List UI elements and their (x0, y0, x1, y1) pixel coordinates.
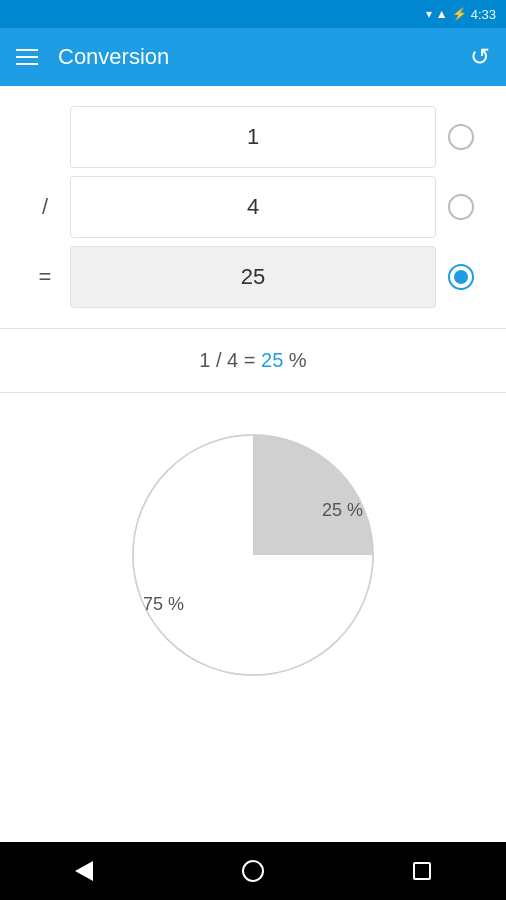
menu-icon[interactable] (16, 49, 38, 65)
pie-chart-container: 25 % 75 % (123, 425, 383, 685)
status-time: 4:33 (471, 7, 496, 22)
pie-chart-svg (123, 425, 383, 685)
battery-icon: ⚡ (452, 7, 467, 21)
radio1-wrapper (436, 124, 486, 150)
equals-label: = (20, 264, 70, 290)
input2-wrapper (70, 176, 436, 238)
nav-bar (0, 842, 506, 900)
equation-highlight: 25 (261, 349, 283, 371)
home-button[interactable] (228, 846, 278, 896)
input2-row: / (20, 176, 486, 238)
pie-label-25: 25 % (322, 500, 363, 521)
wifi-icon: ▾ (426, 7, 432, 21)
recents-icon (413, 862, 431, 880)
result-field[interactable] (70, 246, 436, 308)
pie-segment-25 (253, 435, 373, 555)
back-icon (75, 861, 93, 881)
radio2-wrapper (436, 194, 486, 220)
equation-display: 1 / 4 = 25 % (199, 341, 306, 380)
recents-button[interactable] (397, 846, 447, 896)
radio3-button[interactable] (448, 264, 474, 290)
pie-section: 25 % 75 % (0, 425, 506, 685)
inputs-container: / = (0, 106, 506, 316)
pie-label-75: 75 % (143, 594, 184, 615)
status-bar: ▾ ▲ ⚡ 4:33 (0, 0, 506, 28)
input2-field[interactable] (70, 176, 436, 238)
operator-label: / (20, 194, 70, 220)
undo-icon[interactable]: ↺ (470, 43, 490, 71)
equation-text: 1 / 4 = (199, 349, 255, 371)
status-icons: ▾ ▲ ⚡ 4:33 (426, 7, 496, 22)
radio2-button[interactable] (448, 194, 474, 220)
input1-row (20, 106, 486, 168)
result-row: = (20, 246, 486, 308)
home-icon (242, 860, 264, 882)
radio3-wrapper (436, 264, 486, 290)
back-button[interactable] (59, 846, 109, 896)
main-content: / = 1 / 4 = 25 % (0, 86, 506, 842)
top-divider (0, 328, 506, 329)
signal-icon: ▲ (436, 7, 448, 21)
bottom-divider (0, 392, 506, 393)
radio1-button[interactable] (448, 124, 474, 150)
input1-wrapper (70, 106, 436, 168)
input1-field[interactable] (70, 106, 436, 168)
result-wrapper (70, 246, 436, 308)
app-bar-left: Conversion (16, 44, 169, 70)
app-title: Conversion (58, 44, 169, 70)
equation-unit: % (289, 349, 307, 371)
app-bar: Conversion ↺ (0, 28, 506, 86)
